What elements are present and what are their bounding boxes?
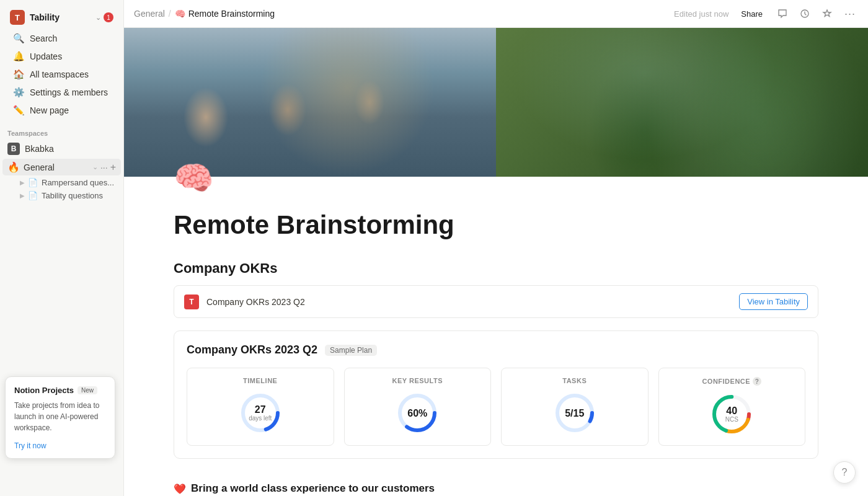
cover-image [124,28,868,177]
sidebar-item-new-page[interactable]: ✏️ New page [7,102,116,119]
new-page-label: New page [30,105,69,115]
workspace-avatar: T [10,10,25,25]
main-header: General / 🧠 Remote Brainstorming Edited … [124,0,868,28]
tability-q-chevron-icon: ▶ [20,192,25,199]
breadcrumb-current: 🧠 Remote Brainstorming [175,9,275,19]
history-icon-button[interactable] [797,6,812,21]
page-emoji[interactable]: 🧠 [174,159,818,197]
rampersand-name: Rampersand ques... [42,178,116,187]
star-icon [822,9,832,19]
page-icon-area: 🧠 [124,159,868,197]
popup-title-row: Notion Projects New [14,386,106,395]
sidebar-item-bkabka[interactable]: B Bkabka [2,140,121,157]
confidence-sub: NCS [725,416,738,423]
comment-icon-button[interactable] [775,6,790,21]
confidence-question-icon[interactable]: ? [753,377,761,386]
workspace-name: Tability [30,12,94,22]
metric-card-confidence: CONFIDENCE ? [658,368,806,446]
bkabka-avatar: B [7,143,20,155]
tability-q-page-icon: 📄 [28,191,38,200]
tasks-value-container: 5/15 [552,391,597,435]
kr-heart-icon: ❤️ [174,483,186,495]
more-options-button[interactable]: ··· [842,5,858,23]
confidence-value: 40 [726,405,737,417]
workspace-header[interactable]: T Tability ⌄ 1 [5,6,118,29]
okr-embed-name: Company OKRs 2023 Q2 [206,297,739,307]
tasks-value: 5/15 [565,408,584,419]
breadcrumb-separator: / [169,9,171,19]
breadcrumb-parent[interactable]: General [134,9,165,19]
tability-questions-name: Tability questions [42,191,116,200]
sidebar: T Tability ⌄ 1 🔍 Search 🔔 Updates 🏠 All … [0,0,124,496]
kr-header[interactable]: ❤️ Bring a world class experience to our… [174,476,818,496]
okr-dashboard-header: Company OKRs 2023 Q2 Sample Plan [187,343,805,356]
metrics-row: TIMELINE 27 days left [187,368,805,446]
header-actions: Edited just now Share ··· [674,5,858,23]
settings-icon: ⚙️ [12,87,25,98]
confidence-donut: 40 NCS [709,392,754,436]
notion-projects-popup: Notion Projects New Take projects from i… [5,376,115,459]
favorite-icon-button[interactable] [820,6,835,21]
breadcrumb-emoji: 🧠 [175,9,185,19]
confidence-label: CONFIDENCE ? [702,377,761,386]
page-title: Remote Brainstorming [174,210,818,241]
okr-dashboard-title: Company OKRs 2023 Q2 [187,343,317,356]
workspace-chevron-icon: ⌄ [95,14,101,22]
updates-icon: 🔔 [12,51,25,62]
key-results-donut: 60% [395,391,440,435]
popup-description: Take projects from idea to launch in one… [14,400,106,433]
help-button[interactable]: ? [833,461,856,484]
general-add-icon[interactable]: + [110,162,116,173]
edited-timestamp: Edited just now [674,9,728,19]
general-more-icon[interactable]: ··· [100,162,108,172]
sidebar-top: T Tability ⌄ 1 🔍 Search 🔔 Updates 🏠 All … [0,0,123,122]
settings-label: Settings & members [30,87,108,97]
page-content: Remote Brainstorming Company OKRs T Comp… [124,197,868,496]
timeline-sub: days left [249,415,272,422]
comment-icon [777,9,787,19]
content-area[interactable]: 🧠 Remote Brainstorming Company OKRs T Co… [124,28,868,496]
teamspaces-section-label: Teamspaces [0,122,123,140]
timeline-donut: 27 days left [238,391,283,435]
okr-dashboard: Company OKRs 2023 Q2 Sample Plan TIMELIN… [174,330,818,459]
section-okr-title: Company OKRs [174,260,818,277]
tasks-donut: 5/15 [552,391,597,435]
kr-title: Bring a world class experience to our cu… [191,482,818,495]
search-icon: 🔍 [12,33,25,44]
teamspaces-label: All teamspaces [30,69,89,79]
tasks-label: TASKS [562,377,587,384]
key-results-value-container: 60% [395,391,440,435]
rampersand-page-icon: 📄 [28,178,38,187]
updates-label: Updates [30,51,62,61]
sidebar-item-updates[interactable]: 🔔 Updates [7,48,116,65]
breadcrumb-page-title: Remote Brainstorming [188,9,275,19]
sidebar-item-teamspaces[interactable]: 🏠 All teamspaces [7,66,116,83]
try-it-now-link[interactable]: Try it now [14,441,46,450]
key-results-value: 60% [407,408,427,419]
share-button[interactable]: Share [736,7,768,21]
timeline-label: TIMELINE [243,377,277,384]
metric-card-tasks: TASKS 5/15 [501,368,649,446]
general-name: General [24,162,91,172]
breadcrumb: General / 🧠 Remote Brainstorming [134,9,674,19]
cover-overlay [124,28,868,177]
view-in-tability-button[interactable]: View in Tability [739,293,808,310]
search-label: Search [30,33,57,43]
sidebar-item-settings[interactable]: ⚙️ Settings & members [7,84,116,101]
sample-plan-badge: Sample Plan [325,345,377,356]
history-icon [800,9,810,19]
sidebar-item-search[interactable]: 🔍 Search [7,30,116,47]
more-dots-icon: ··· [844,7,856,20]
popup-title: Notion Projects [14,386,74,395]
sidebar-page-rampersand[interactable]: ▶ 📄 Rampersand ques... [2,176,121,189]
general-fire-icon: 🔥 [7,161,20,173]
new-page-icon: ✏️ [12,105,25,116]
popup-new-badge: New [78,386,97,394]
kr-section: ❤️ Bring a world class experience to our… [174,476,818,496]
key-results-label: KEY RESULTS [392,377,443,384]
okr-embed-icon: T [184,294,199,309]
help-icon: ? [842,467,848,478]
sidebar-page-tability-questions[interactable]: ▶ 📄 Tability questions [2,189,121,202]
sidebar-item-general[interactable]: 🔥 General ⌄ ··· + [2,159,121,175]
notification-badge: 1 [104,12,113,22]
